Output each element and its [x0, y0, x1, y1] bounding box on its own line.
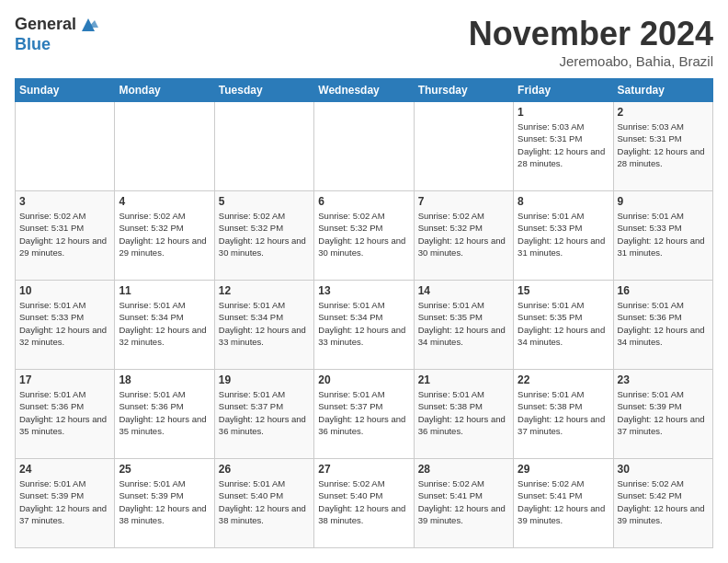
cell-day-number: 8 — [518, 195, 609, 208]
cell-day-number: 2 — [618, 106, 709, 119]
calendar-cell: 11Sunrise: 5:01 AM Sunset: 5:34 PM Dayli… — [115, 281, 214, 370]
calendar-cell: 15Sunrise: 5:01 AM Sunset: 5:35 PM Dayli… — [514, 281, 613, 370]
cell-info: Sunrise: 5:02 AM Sunset: 5:42 PM Dayligh… — [618, 477, 709, 526]
calendar-cell: 9Sunrise: 5:01 AM Sunset: 5:33 PM Daylig… — [613, 191, 712, 281]
cell-day-number: 16 — [618, 284, 709, 297]
cell-info: Sunrise: 5:01 AM Sunset: 5:39 PM Dayligh… — [618, 388, 709, 437]
cell-day-number: 26 — [219, 463, 310, 476]
title-block: November 2024 Jeremoabo, Bahia, Brazil — [469, 15, 713, 69]
cell-info: Sunrise: 5:01 AM Sunset: 5:34 PM Dayligh… — [318, 299, 409, 348]
cell-day-number: 4 — [119, 195, 210, 208]
cell-info: Sunrise: 5:01 AM Sunset: 5:39 PM Dayligh… — [119, 477, 210, 526]
calendar-cell: 6Sunrise: 5:02 AM Sunset: 5:32 PM Daylig… — [314, 191, 414, 281]
cell-day-number: 25 — [119, 463, 210, 476]
cell-info: Sunrise: 5:02 AM Sunset: 5:32 PM Dayligh… — [119, 210, 210, 259]
calendar-cell — [314, 102, 414, 191]
calendar-cell: 30Sunrise: 5:02 AM Sunset: 5:42 PM Dayli… — [613, 459, 712, 548]
calendar-cell: 18Sunrise: 5:01 AM Sunset: 5:36 PM Dayli… — [115, 370, 214, 459]
cell-info: Sunrise: 5:01 AM Sunset: 5:40 PM Dayligh… — [219, 477, 310, 526]
cell-info: Sunrise: 5:03 AM Sunset: 5:31 PM Dayligh… — [618, 121, 709, 169]
cell-info: Sunrise: 5:02 AM Sunset: 5:32 PM Dayligh… — [418, 210, 509, 259]
calendar-cell: 3Sunrise: 5:02 AM Sunset: 5:31 PM Daylig… — [16, 191, 115, 281]
cell-info: Sunrise: 5:01 AM Sunset: 5:36 PM Dayligh… — [618, 299, 709, 348]
title-month: November 2024 — [469, 15, 713, 53]
cell-day-number: 18 — [119, 373, 210, 386]
header: General Blue November 2024 Jeremoabo, Ba… — [15, 15, 713, 69]
calendar-cell: 23Sunrise: 5:01 AM Sunset: 5:39 PM Dayli… — [613, 370, 712, 459]
calendar-cell: 12Sunrise: 5:01 AM Sunset: 5:34 PM Dayli… — [214, 281, 313, 370]
cell-info: Sunrise: 5:01 AM Sunset: 5:33 PM Dayligh… — [19, 299, 110, 348]
cell-day-number: 27 — [318, 463, 409, 476]
cell-day-number: 7 — [418, 195, 509, 208]
cell-info: Sunrise: 5:01 AM Sunset: 5:36 PM Dayligh… — [19, 388, 110, 437]
cell-info: Sunrise: 5:02 AM Sunset: 5:32 PM Dayligh… — [318, 210, 409, 259]
calendar-cell: 27Sunrise: 5:02 AM Sunset: 5:40 PM Dayli… — [314, 459, 414, 548]
cell-day-number: 11 — [119, 284, 210, 297]
calendar-cell: 21Sunrise: 5:01 AM Sunset: 5:38 PM Dayli… — [414, 370, 513, 459]
header-day-friday: Friday — [514, 79, 613, 102]
calendar-cell: 17Sunrise: 5:01 AM Sunset: 5:36 PM Dayli… — [16, 370, 115, 459]
cell-info: Sunrise: 5:01 AM Sunset: 5:36 PM Dayligh… — [119, 388, 210, 437]
cell-info: Sunrise: 5:02 AM Sunset: 5:41 PM Dayligh… — [418, 477, 509, 526]
calendar-cell: 28Sunrise: 5:02 AM Sunset: 5:41 PM Dayli… — [414, 459, 513, 548]
cell-info: Sunrise: 5:02 AM Sunset: 5:40 PM Dayligh… — [318, 477, 409, 526]
cell-day-number: 20 — [318, 373, 409, 386]
calendar-cell: 16Sunrise: 5:01 AM Sunset: 5:36 PM Dayli… — [613, 281, 712, 370]
cell-info: Sunrise: 5:01 AM Sunset: 5:38 PM Dayligh… — [418, 388, 509, 437]
calendar-cell: 14Sunrise: 5:01 AM Sunset: 5:35 PM Dayli… — [414, 281, 513, 370]
cell-day-number: 17 — [19, 373, 110, 386]
cell-info: Sunrise: 5:02 AM Sunset: 5:32 PM Dayligh… — [219, 210, 310, 259]
cell-day-number: 19 — [219, 373, 310, 386]
cell-day-number: 23 — [618, 373, 709, 386]
cell-day-number: 12 — [219, 284, 310, 297]
header-day-sunday: Sunday — [16, 79, 115, 102]
cell-day-number: 3 — [19, 195, 110, 208]
cell-info: Sunrise: 5:01 AM Sunset: 5:39 PM Dayligh… — [19, 477, 110, 526]
calendar-cell: 1Sunrise: 5:03 AM Sunset: 5:31 PM Daylig… — [514, 102, 613, 191]
calendar-week-1: 3Sunrise: 5:02 AM Sunset: 5:31 PM Daylig… — [16, 191, 713, 281]
title-location: Jeremoabo, Bahia, Brazil — [469, 53, 713, 69]
header-day-wednesday: Wednesday — [314, 79, 414, 102]
cell-info: Sunrise: 5:02 AM Sunset: 5:41 PM Dayligh… — [518, 477, 609, 526]
calendar-cell: 19Sunrise: 5:01 AM Sunset: 5:37 PM Dayli… — [214, 370, 313, 459]
calendar-week-4: 24Sunrise: 5:01 AM Sunset: 5:39 PM Dayli… — [16, 459, 713, 548]
logo-blue: Blue — [15, 35, 51, 53]
cell-day-number: 9 — [618, 195, 709, 208]
cell-info: Sunrise: 5:01 AM Sunset: 5:37 PM Dayligh… — [318, 388, 409, 437]
calendar-cell — [414, 102, 513, 191]
calendar-week-0: 1Sunrise: 5:03 AM Sunset: 5:31 PM Daylig… — [16, 102, 713, 191]
calendar-cell: 5Sunrise: 5:02 AM Sunset: 5:32 PM Daylig… — [214, 191, 313, 281]
cell-day-number: 13 — [318, 284, 409, 297]
header-day-monday: Monday — [115, 79, 214, 102]
calendar-cell: 29Sunrise: 5:02 AM Sunset: 5:41 PM Dayli… — [514, 459, 613, 548]
logo: General Blue — [15, 15, 98, 55]
calendar-cell: 26Sunrise: 5:01 AM Sunset: 5:40 PM Dayli… — [214, 459, 313, 548]
header-day-thursday: Thursday — [414, 79, 513, 102]
calendar-cell: 20Sunrise: 5:01 AM Sunset: 5:37 PM Dayli… — [314, 370, 414, 459]
calendar-cell: 4Sunrise: 5:02 AM Sunset: 5:32 PM Daylig… — [115, 191, 214, 281]
cell-info: Sunrise: 5:01 AM Sunset: 5:34 PM Dayligh… — [119, 299, 210, 348]
cell-info: Sunrise: 5:01 AM Sunset: 5:35 PM Dayligh… — [518, 299, 609, 348]
calendar-cell: 7Sunrise: 5:02 AM Sunset: 5:32 PM Daylig… — [414, 191, 513, 281]
page: General Blue November 2024 Jeremoabo, Ba… — [0, 0, 728, 563]
calendar-cell: 10Sunrise: 5:01 AM Sunset: 5:33 PM Dayli… — [16, 281, 115, 370]
cell-info: Sunrise: 5:03 AM Sunset: 5:31 PM Dayligh… — [518, 121, 609, 169]
calendar-table: SundayMondayTuesdayWednesdayThursdayFrid… — [15, 78, 713, 548]
calendar-week-2: 10Sunrise: 5:01 AM Sunset: 5:33 PM Dayli… — [16, 281, 713, 370]
calendar-cell: 2Sunrise: 5:03 AM Sunset: 5:31 PM Daylig… — [613, 102, 712, 191]
cell-day-number: 14 — [418, 284, 509, 297]
cell-day-number: 30 — [618, 463, 709, 476]
cell-day-number: 28 — [418, 463, 509, 476]
calendar-cell: 25Sunrise: 5:01 AM Sunset: 5:39 PM Dayli… — [115, 459, 214, 548]
header-day-saturday: Saturday — [613, 79, 712, 102]
calendar-cell — [16, 102, 115, 191]
calendar-header-row: SundayMondayTuesdayWednesdayThursdayFrid… — [16, 79, 713, 102]
cell-day-number: 22 — [518, 373, 609, 386]
cell-day-number: 29 — [518, 463, 609, 476]
cell-info: Sunrise: 5:01 AM Sunset: 5:33 PM Dayligh… — [518, 210, 609, 259]
cell-info: Sunrise: 5:01 AM Sunset: 5:34 PM Dayligh… — [219, 299, 310, 348]
calendar-cell: 8Sunrise: 5:01 AM Sunset: 5:33 PM Daylig… — [514, 191, 613, 281]
header-day-tuesday: Tuesday — [214, 79, 313, 102]
cell-day-number: 1 — [518, 106, 609, 119]
calendar-week-3: 17Sunrise: 5:01 AM Sunset: 5:36 PM Dayli… — [16, 370, 713, 459]
